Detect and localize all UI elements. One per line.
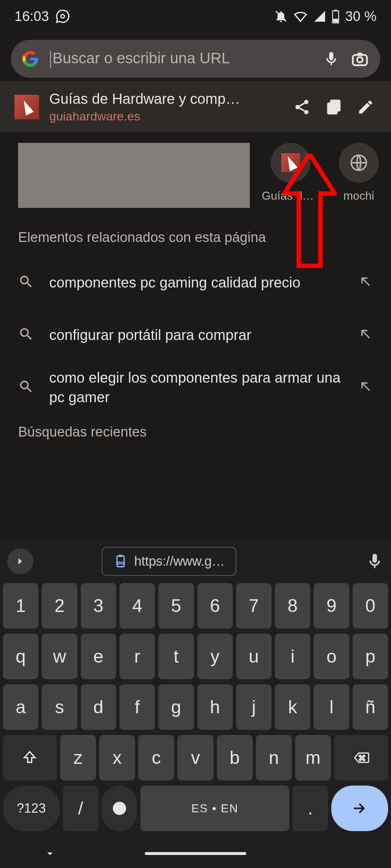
omnibox[interactable]: Buscar o escribir una URL [11, 40, 380, 78]
key-9[interactable]: 9 [314, 583, 349, 629]
svg-rect-11 [328, 103, 337, 114]
current-page-row[interactable]: Guías de Hardware y comp… guiahardware.e… [0, 81, 391, 132]
key-emoji[interactable] [102, 786, 137, 831]
key-h[interactable]: h [197, 684, 233, 730]
key-3[interactable]: 3 [81, 583, 116, 629]
nav-chevron-down-icon[interactable] [43, 847, 56, 860]
shortcut-label: Guías de H… [262, 189, 320, 203]
key-t[interactable]: t [158, 634, 194, 679]
share-button[interactable] [291, 96, 313, 118]
search-icon [18, 379, 34, 396]
key-m[interactable]: m [295, 735, 331, 780]
key-space[interactable]: ES • EN [140, 786, 290, 831]
key-f[interactable]: f [119, 684, 155, 730]
key-c[interactable]: c [138, 735, 174, 780]
svg-point-19 [121, 807, 122, 808]
suggestion-row[interactable]: componentes pc gaming calidad precio [0, 256, 391, 309]
kb-row-num: 1 2 3 4 5 6 7 8 9 0 [3, 583, 388, 629]
svg-rect-3 [335, 10, 337, 11]
key-8[interactable]: 8 [275, 583, 310, 629]
kb-row-2: a s d f g h j k l ñ [3, 684, 388, 730]
svg-point-9 [304, 110, 308, 114]
recent-header: Búsquedas recientes [0, 413, 391, 451]
key-p[interactable]: p [353, 634, 388, 679]
svg-point-0 [61, 14, 64, 18]
insert-arrow-icon[interactable] [358, 275, 373, 290]
svg-point-18 [117, 807, 118, 808]
key-g[interactable]: g [158, 684, 194, 730]
shortcut-item[interactable]: Guías de H… [264, 143, 318, 203]
key-k[interactable]: k [275, 684, 310, 730]
key-j[interactable]: j [236, 684, 272, 730]
key-0[interactable]: 0 [353, 583, 388, 629]
nav-handle[interactable] [145, 852, 246, 855]
suggestion-text: configurar portátil para comprar [49, 325, 343, 345]
kb-mic-icon[interactable] [366, 552, 384, 570]
key-e[interactable]: e [81, 634, 116, 679]
shortcut-placeholder [18, 143, 250, 208]
kb-expand-button[interactable] [7, 548, 33, 574]
key-i[interactable]: i [275, 634, 310, 679]
suggestion-row[interactable]: como elegir los componentes para armar u… [0, 361, 391, 413]
key-symbols[interactable]: ?123 [3, 786, 60, 831]
suggestion-row[interactable]: configurar portátil para comprar [0, 309, 391, 361]
search-input[interactable]: Buscar o escribir una URL [50, 50, 312, 68]
page-url: guiahardware.es [49, 109, 281, 123]
key-backspace[interactable] [334, 735, 388, 780]
key-w[interactable]: w [42, 634, 77, 679]
kb-row-3: z x c v b n m [3, 735, 388, 780]
key-d[interactable]: d [81, 684, 116, 730]
edit-button[interactable] [355, 96, 377, 118]
site-favicon [14, 95, 39, 119]
battery-text: 30 % [345, 9, 377, 24]
key-shift[interactable] [3, 735, 57, 780]
copy-button[interactable] [323, 96, 345, 118]
mic-icon[interactable] [323, 51, 340, 67]
key-v[interactable]: v [177, 735, 213, 780]
status-time: 16:03 [14, 9, 49, 24]
google-logo-icon [22, 50, 39, 68]
key-slash[interactable]: / [63, 786, 98, 831]
key-q[interactable]: q [3, 634, 38, 679]
key-r[interactable]: r [119, 634, 155, 679]
key-4[interactable]: 4 [119, 583, 155, 629]
keyboard: https://www.g… 1 2 3 4 5 6 7 8 9 0 q w e… [0, 542, 391, 868]
key-period[interactable]: . [293, 786, 328, 831]
key-enye[interactable]: ñ [353, 684, 388, 730]
svg-point-16 [121, 562, 123, 564]
key-1[interactable]: 1 [3, 583, 38, 629]
key-7[interactable]: 7 [236, 583, 272, 629]
insert-arrow-icon[interactable] [358, 327, 373, 343]
status-bar: 16:03 30 % [0, 0, 391, 33]
globe-icon [350, 154, 368, 172]
key-l[interactable]: l [314, 684, 349, 730]
dnd-icon [274, 9, 288, 23]
camera-icon[interactable] [350, 50, 369, 68]
svg-point-17 [113, 803, 125, 814]
shortcut-item[interactable]: mochi [332, 143, 386, 203]
key-z[interactable]: z [60, 735, 96, 780]
clipboard-text: https://www.g… [134, 554, 225, 569]
key-u[interactable]: u [236, 634, 272, 679]
svg-point-8 [295, 105, 300, 109]
search-icon [18, 274, 34, 291]
key-n[interactable]: n [256, 735, 292, 780]
clipboard-suggestion[interactable]: https://www.g… [102, 547, 236, 576]
site-favicon [281, 153, 300, 172]
insert-arrow-icon[interactable] [358, 379, 373, 395]
key-2[interactable]: 2 [42, 583, 77, 629]
key-y[interactable]: y [197, 634, 233, 679]
svg-rect-4 [333, 19, 338, 22]
search-icon [18, 326, 34, 344]
key-s[interactable]: s [42, 684, 77, 730]
key-o[interactable]: o [314, 634, 349, 679]
related-header: Elementos relacionados con esta página [0, 219, 391, 256]
key-go[interactable] [331, 786, 388, 831]
key-x[interactable]: x [99, 735, 135, 780]
key-b[interactable]: b [217, 735, 253, 780]
key-6[interactable]: 6 [197, 583, 233, 629]
key-a[interactable]: a [3, 684, 38, 730]
whatsapp-icon [55, 9, 70, 24]
svg-rect-13 [117, 556, 124, 567]
key-5[interactable]: 5 [158, 583, 194, 629]
